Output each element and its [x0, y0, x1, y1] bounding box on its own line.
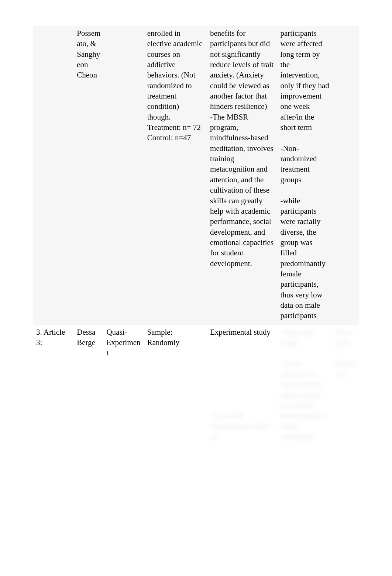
- cell-visible-fragment: Experimental study: [210, 328, 271, 337]
- table-cell: Sample: Randomly: [144, 325, 207, 446]
- table-cell: -larger age range -To see effective of v…: [277, 325, 333, 446]
- table-cell: Dessa Berge: [74, 325, 103, 446]
- literature-table: Possemato, & Sanghyeon Cheonenrolled in …: [33, 26, 359, 445]
- cell-content: Experimental study -To see the experimen…: [210, 327, 274, 442]
- cell-content: Strengths: -Results of: [336, 327, 356, 379]
- cell-blurred-fragment: -To see the experimental effect on: [210, 411, 272, 441]
- cell-content: -larger age range -To see effective of v…: [280, 327, 330, 442]
- table-cell: Quasi-Experiment: [103, 325, 144, 446]
- table-row: Possemato, & Sanghyeon Cheonenrolled in …: [33, 26, 359, 325]
- cell-content: Sample: Randomly: [147, 327, 204, 348]
- table-cell: Experimental study -To see the experimen…: [207, 325, 277, 446]
- table-cell: 3. Article 3:: [33, 325, 74, 446]
- table-cell: benefits for participants but did not si…: [207, 26, 277, 325]
- cell-content: Quasi-Experiment: [106, 327, 141, 358]
- table-cell: [33, 26, 74, 325]
- page: Possemato, & Sanghyeon Cheonenrolled in …: [0, 0, 392, 576]
- table-row: 3. Article 3:Dessa BergeQuasi-Experiment…: [33, 325, 359, 446]
- table-cell: participants were affected long term by …: [277, 26, 333, 325]
- cell-content: Dessa Berge: [77, 327, 100, 348]
- table-cell: [103, 26, 144, 325]
- table-cell: Strengths: -Results of: [333, 325, 359, 446]
- cell-content: enrolled in elective academic courses on…: [147, 28, 204, 143]
- table-cell: Possemato, & Sanghyeon Cheon: [74, 26, 103, 325]
- cell-content: Possemato, & Sanghyeon Cheon: [77, 28, 100, 80]
- cell-content: 3. Article 3:: [36, 327, 71, 348]
- table-cell: enrolled in elective academic courses on…: [144, 26, 207, 325]
- cell-content: participants were affected long term by …: [280, 28, 330, 321]
- cell-content: benefits for participants but did not si…: [210, 28, 274, 269]
- table-cell: [333, 26, 359, 325]
